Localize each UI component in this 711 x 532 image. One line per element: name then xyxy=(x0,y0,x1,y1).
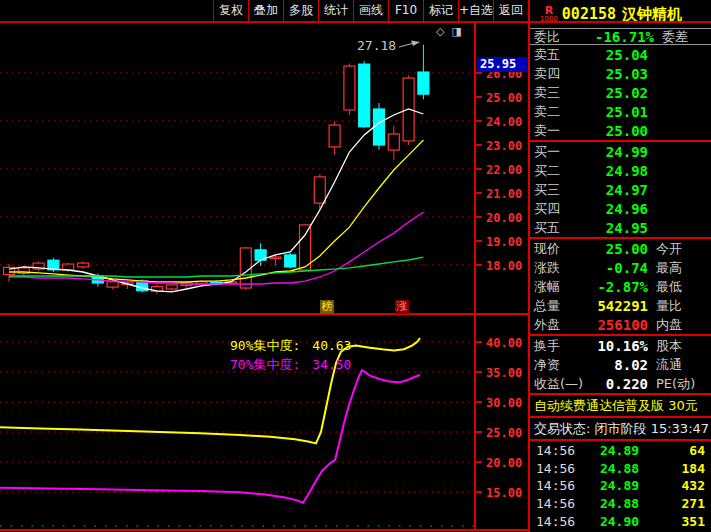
toolbar-button-zixuan[interactable]: +自选 xyxy=(458,0,493,21)
ma-line xyxy=(9,140,423,282)
axis-tick-label: 25.00 xyxy=(486,91,522,105)
toolbar-button-diejia[interactable]: 叠加 xyxy=(248,0,283,21)
high-price-annotation: 27.18 xyxy=(357,38,396,53)
stock-header: R 1000 002158 汉钟精机 xyxy=(530,0,711,29)
candle-body xyxy=(329,125,340,147)
trade-row: 14:5624.8964 xyxy=(530,442,711,459)
renewal-ad-banner[interactable]: 自动续费通达信普及版 30元 xyxy=(530,395,711,416)
fundamental-block: 换手10.16%股本 净资8.02流通 收益(—)0.220PE(动) xyxy=(530,336,711,393)
bid-levels: 买一24.99 买二24.98 买三24.97 买四24.96 买五24.95 xyxy=(530,142,711,237)
toolbar-button-tongji[interactable]: 统计 xyxy=(318,0,353,21)
axis-tick-label: 24.00 xyxy=(486,115,522,129)
info-row-shouyi: 收益(—)0.220PE(动) xyxy=(530,374,711,393)
axis-tick-label: 19.00 xyxy=(486,235,522,249)
weibi-label: 委比 xyxy=(534,28,592,46)
bid-row-5[interactable]: 买五24.95 xyxy=(530,218,711,237)
indicator-label-90: 90%集中度:40.63 xyxy=(230,337,351,355)
candle-body xyxy=(314,177,325,203)
candle-body xyxy=(107,282,118,287)
axis-tick-label: 23.00 xyxy=(486,139,522,153)
axis-tick-label: 40.00 xyxy=(486,336,522,350)
info-row-jingzi: 净资8.02流通 xyxy=(530,355,711,374)
split-layout-icon[interactable]: ◨ xyxy=(451,25,468,38)
weicha-label: 委差 xyxy=(662,28,688,46)
indicator-line xyxy=(0,338,420,443)
info-row-waipan: 外盘256100内盘 xyxy=(530,315,711,334)
tick-trade-list: 14:5624.8964 14:5624.88184 14:5624.89432… xyxy=(530,442,711,530)
toolbar-divider xyxy=(0,21,711,23)
axis-tick-label: 15.00 xyxy=(486,486,522,500)
event-badge-zhang[interactable]: 涨 xyxy=(395,300,409,314)
trade-row: 14:5624.89432 xyxy=(530,477,711,494)
trade-row: 14:5624.88271 xyxy=(530,495,711,512)
toolbar-button-f10[interactable]: F10 xyxy=(388,0,423,21)
candle-body xyxy=(78,263,89,267)
quote-panel: R 1000 002158 汉钟精机 委比 -16.71% 委差 卖五25.04… xyxy=(528,0,711,532)
trade-row: 14:5624.88184 xyxy=(530,460,711,477)
diamond-icon[interactable]: ◇ xyxy=(436,25,451,38)
last-price-tag: 25.95 xyxy=(477,57,527,72)
bid-row-4[interactable]: 买四24.96 xyxy=(530,199,711,218)
candle-body xyxy=(418,72,429,94)
ask-row-2[interactable]: 卖二25.01 xyxy=(530,102,711,121)
ask-levels: 卖五25.04 卖四25.03 卖三25.02 卖二25.01 卖一25.00 xyxy=(530,45,711,140)
axis-tick-label: 21.00 xyxy=(486,187,522,201)
info-row-zhangdie: 涨跌-0.74最高 xyxy=(530,258,711,277)
trade-row: 14:5624.90351 xyxy=(530,513,711,530)
panel-divider xyxy=(530,439,711,441)
info-row-xianjia: 现价25.00今开 xyxy=(530,239,711,258)
ask-row-4[interactable]: 卖四25.03 xyxy=(530,64,711,83)
tdx-app-window: 26.0025.0024.0023.0022.0021.0020.0019.00… xyxy=(0,0,711,532)
ask-row-3[interactable]: 卖三25.02 xyxy=(530,83,711,102)
price-axis: 26.0025.0024.0023.0022.0021.0020.0019.00… xyxy=(476,67,522,500)
kline-chart-canvas[interactable]: 26.0025.0024.0023.0022.0021.0020.0019.00… xyxy=(0,0,528,532)
axis-tick-label: 20.00 xyxy=(486,211,522,225)
bid-row-2[interactable]: 买二24.98 xyxy=(530,161,711,180)
axis-tick-label: 18.00 xyxy=(486,259,522,273)
bid-row-1[interactable]: 买一24.99 xyxy=(530,142,711,161)
info-row-zongliang: 总量542291量比 xyxy=(530,296,711,315)
candle-body xyxy=(374,109,385,145)
axis-tick-label: 35.00 xyxy=(486,366,522,380)
candle-body xyxy=(270,257,281,259)
toolbar-button-huaxian[interactable]: 画线 xyxy=(353,0,388,21)
axis-tick-label: 30.00 xyxy=(486,396,522,410)
indicator-label-70: 70%集中度:34.50 xyxy=(230,356,351,374)
annotation-arrow xyxy=(399,41,420,48)
price-info-block: 现价25.00今开 涨跌-0.74最高 涨幅-2.87%最低 总量542291量… xyxy=(530,239,711,334)
bid-row-3[interactable]: 买三24.97 xyxy=(530,180,711,199)
toolbar-button-fuquan[interactable]: 复权 xyxy=(213,0,248,21)
toolbar-button-duogu[interactable]: 多股 xyxy=(283,0,318,21)
trading-status-bar: 交易状态: 闭市阶段 15:33:47 xyxy=(530,418,711,439)
info-row-huanshou: 换手10.16%股本 xyxy=(530,336,711,355)
ask-row-1[interactable]: 卖一25.00 xyxy=(530,121,711,140)
toolbar-button-fanhui[interactable]: 返回 xyxy=(493,0,528,21)
weibi-value: -16.71% xyxy=(592,29,654,45)
indicator-lines xyxy=(0,338,420,503)
candle-body xyxy=(285,255,296,267)
chart-mini-icons: ◇◨ xyxy=(436,25,469,38)
axis-tick-label: 25.00 xyxy=(486,426,522,440)
ma-line xyxy=(9,212,423,284)
toolbar-button-biaoji[interactable]: 标记 xyxy=(423,0,458,21)
candle-body xyxy=(388,134,399,150)
candle-body xyxy=(166,285,177,289)
toolbar: 复权 叠加 多股 统计 画线 F10 标记 +自选 返回 xyxy=(213,0,528,21)
candle-body xyxy=(240,248,251,288)
info-row-zhangfu: 涨幅-2.87%最低 xyxy=(530,277,711,296)
weibi-row: 委比 -16.71% 委差 xyxy=(530,29,711,45)
candle-body xyxy=(344,66,355,110)
event-badge-bang[interactable]: 榜 xyxy=(320,300,334,314)
candle-body xyxy=(359,64,370,127)
axis-tick-label: 20.00 xyxy=(486,456,522,470)
indicator-line xyxy=(0,370,420,503)
ask-row-5[interactable]: 卖五25.04 xyxy=(530,45,711,64)
axis-tick-label: 22.00 xyxy=(486,163,522,177)
